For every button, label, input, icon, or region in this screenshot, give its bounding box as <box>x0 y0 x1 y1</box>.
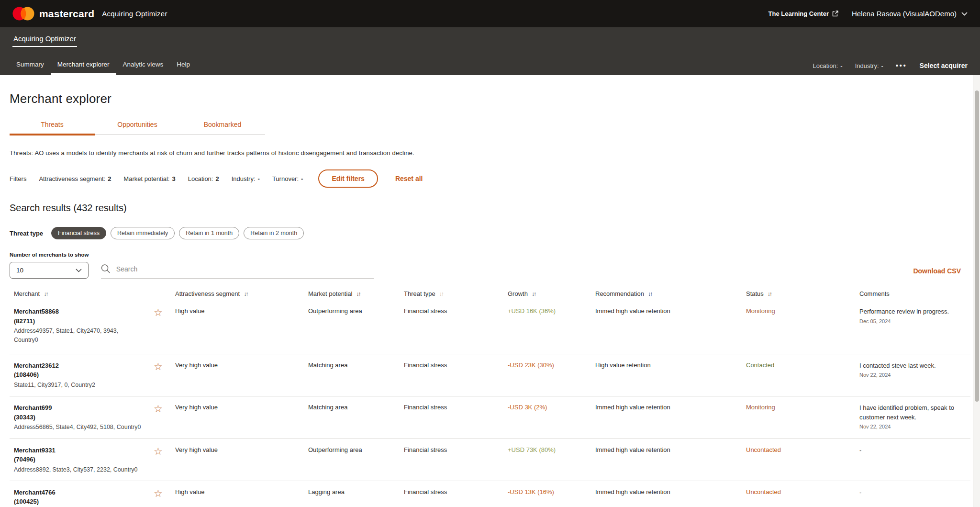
chip-retain-immediately[interactable]: Retain immediately <box>111 227 175 239</box>
search-results-heading: Search results (432 results) <box>10 203 970 214</box>
tab-bookmarked[interactable]: Bookmarked <box>180 121 265 135</box>
comments-cell: - <box>859 446 970 474</box>
market-potential-cell: Lagging area <box>308 488 404 507</box>
merchant-cell: Merchant9331 (70496) Address8892, State3… <box>14 446 154 474</box>
growth-cell: -USD 23K (30%) <box>508 361 595 390</box>
user-menu[interactable]: Helena Rasova (VisualAODemo) <box>852 10 968 18</box>
status-cell: Monitoring <box>746 403 859 432</box>
product-name[interactable]: Acquiring Optimizer <box>12 27 77 47</box>
chip-retain-2-month[interactable]: Retain in 2 month <box>244 227 304 239</box>
tab-opportunities[interactable]: Opportunities <box>95 121 180 135</box>
column-header-merchant[interactable]: Merchant ↓↑ <box>14 290 175 297</box>
reset-all-button[interactable]: Reset all <box>395 175 423 182</box>
industry-context: Industry:- <box>855 62 883 69</box>
market-potential-cell: Matching area <box>308 361 404 390</box>
filter-attractiveness: Attractiveness segment:2 <box>39 175 111 182</box>
search-field[interactable] <box>101 264 374 279</box>
page-title: Merchant explorer <box>10 91 970 106</box>
location-value: - <box>840 62 842 69</box>
more-options-icon[interactable]: ••• <box>896 62 907 69</box>
filter-turnover: Turnover:- <box>272 175 303 182</box>
location-context: Location:- <box>813 62 843 69</box>
sort-icon[interactable]: ↓↑ <box>44 291 47 297</box>
growth-cell: +USD 16K (36%) <box>508 307 595 345</box>
table-controls: 10 Download CSV <box>10 262 970 279</box>
column-header-attractiveness[interactable]: Attractiveness segment ↓↑ <box>175 290 308 297</box>
market-potential-cell: Outperforming area <box>308 307 404 345</box>
merchants-count-value: 10 <box>16 267 23 274</box>
edit-filters-button[interactable]: Edit filters <box>318 169 378 188</box>
chevron-down-icon <box>961 12 968 16</box>
merchant-cell: Merchant23612 (108406) State11, City3917… <box>14 361 154 390</box>
bookmark-star-icon[interactable]: ☆ <box>154 361 163 372</box>
secondary-nav-bar: Acquiring Optimizer Summary Merchant exp… <box>0 27 980 75</box>
search-input[interactable] <box>116 265 374 273</box>
bookmark-star-icon[interactable]: ☆ <box>154 488 163 499</box>
sort-icon[interactable]: ↓↑ <box>768 291 771 297</box>
column-header-comments: Comments <box>859 290 970 297</box>
table-row[interactable]: Merchant9331 (70496) Address8892, State3… <box>10 439 970 481</box>
merchant-cell: Merchant699 (30343) Address56865, State4… <box>14 403 154 432</box>
chip-retain-1-month[interactable]: Retain in 1 month <box>179 227 239 239</box>
growth-cell: -USD 13K (16%) <box>508 488 595 507</box>
filter-market-potential: Market potential:3 <box>123 175 175 182</box>
status-cell: Uncontacted <box>746 488 859 507</box>
column-header-market-potential[interactable]: Market potential ↓↑ <box>308 290 404 297</box>
sort-icon[interactable]: ↓↑ <box>648 291 652 297</box>
sort-icon[interactable]: ↓↑ <box>356 291 360 297</box>
bookmark-star-icon[interactable]: ☆ <box>154 307 163 318</box>
external-link-icon <box>832 11 838 17</box>
attractiveness-cell: Very high value <box>175 446 308 474</box>
scrollbar-thumb[interactable] <box>975 90 979 402</box>
nav-item-help[interactable]: Help <box>170 61 197 75</box>
learning-center-link[interactable]: The Learning Center <box>768 10 838 17</box>
growth-cell: +USD 73K (80%) <box>508 446 595 474</box>
page-tabs: Threats Opportunities Bookmarked <box>10 121 265 135</box>
bookmark-star-icon[interactable]: ☆ <box>154 446 163 457</box>
attractiveness-cell: Very high value <box>175 403 308 432</box>
chevron-down-icon <box>76 269 82 272</box>
threat-type-cell: Financial stress <box>404 446 508 474</box>
growth-cell: -USD 3K (2%) <box>508 403 595 432</box>
filters-label: Filters <box>10 175 26 182</box>
main-content: Merchant explorer Threats Opportunities … <box>0 91 980 507</box>
status-cell: Contacted <box>746 361 859 390</box>
nav-item-analytic-views[interactable]: Analytic views <box>116 61 170 75</box>
search-icon <box>101 264 111 274</box>
threat-type-cell: Financial stress <box>404 361 508 390</box>
filters-bar: Filters Attractiveness segment:2 Market … <box>10 169 970 188</box>
column-header-status[interactable]: Status ↓↑ <box>746 290 859 297</box>
threat-type-cell: Financial stress <box>404 307 508 345</box>
column-header-recommendation[interactable]: Recommendation ↓↑ <box>595 290 746 297</box>
table-row[interactable]: Merchant699 (30343) Address56865, State4… <box>10 396 970 438</box>
bookmark-star-icon[interactable]: ☆ <box>154 403 163 414</box>
merchants-count-select[interactable]: 10 <box>10 262 89 279</box>
sort-icon[interactable]: ↓↑ <box>439 291 443 297</box>
mastercard-logo: mastercard <box>12 7 94 21</box>
sort-icon[interactable]: ↓↑ <box>532 291 535 297</box>
download-csv-link[interactable]: Download CSV <box>913 267 961 275</box>
comments-cell: Performance review in progress. Dec 05, … <box>859 307 970 345</box>
threat-type-label: Threat type <box>10 230 43 237</box>
tab-threats[interactable]: Threats <box>10 121 95 135</box>
merchants-count-label: Number of merchants to show <box>10 252 970 258</box>
merchant-cell: Merchant58868 (82711) Address49357, Stat… <box>14 307 154 345</box>
column-header-growth[interactable]: Growth ↓↑ <box>508 290 595 297</box>
select-acquirer-button[interactable]: Select acquirer <box>920 62 968 69</box>
comments-cell: I contacted steve last week. Nov 22, 202… <box>859 361 970 390</box>
nav-item-merchant-explorer[interactable]: Merchant explorer <box>51 61 116 75</box>
attractiveness-cell: High value <box>175 488 308 507</box>
market-potential-cell: Outperforming area <box>308 446 404 474</box>
column-header-threat-type[interactable]: Threat type ↓↑ <box>404 290 508 297</box>
nav-item-summary[interactable]: Summary <box>10 61 51 75</box>
table-row[interactable]: Merchant4766 (100425) Address4646, State… <box>10 481 970 507</box>
chip-financial-stress[interactable]: Financial stress <box>51 227 106 239</box>
table-body: Merchant58868 (82711) Address49357, Stat… <box>10 299 970 507</box>
recommendation-cell: Immed high value retention <box>595 488 746 507</box>
table-row[interactable]: Merchant23612 (108406) State11, City3917… <box>10 354 970 396</box>
table-row[interactable]: Merchant58868 (82711) Address49357, Stat… <box>10 299 970 354</box>
sort-icon[interactable]: ↓↑ <box>244 291 247 297</box>
app-title: Acquiring Optimizer <box>102 10 167 18</box>
market-potential-cell: Matching area <box>308 403 404 432</box>
vertical-scrollbar[interactable] <box>973 75 980 507</box>
